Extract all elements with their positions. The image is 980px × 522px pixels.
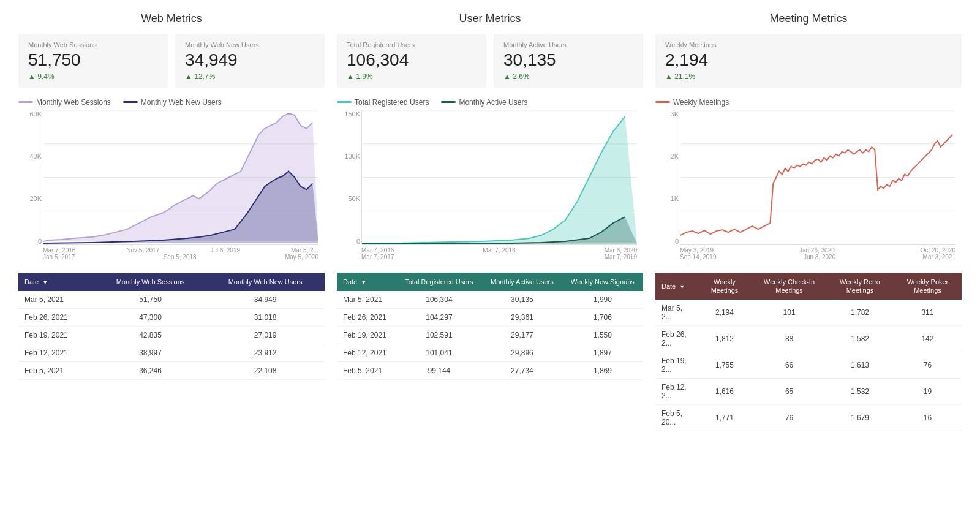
user-legend-total-line bbox=[337, 101, 352, 103]
user-col-total[interactable]: Total Registered Users bbox=[396, 273, 482, 292]
user-table-section: Date ▼ Total Registered Users Monthly Ac… bbox=[337, 273, 643, 432]
meeting-legend-weekly-label: Weekly Meetings bbox=[673, 98, 729, 107]
web-new-users-kpi: Monthly Web New Users 34,949 ▲ 12.7% bbox=[175, 34, 325, 88]
user-x-axis-2: Mar 7, 2017 Mar 7, 2019 bbox=[361, 254, 637, 260]
web-metrics-title: Web Metrics bbox=[18, 12, 325, 25]
total-registered-change: ▲ 1.9% bbox=[347, 72, 477, 81]
user-table-body: Mar 5, 2021 106,304 30,135 1,990 Feb 26,… bbox=[337, 291, 643, 380]
table-row: Feb 5, 20... 1,771 76 1,679 16 bbox=[655, 405, 962, 431]
web-table-body: Mar 5, 2021 51,750 34,949 Feb 26, 2021 4… bbox=[18, 291, 325, 380]
web-table-head: Date ▼ Monthly Web Sessions Monthly Web … bbox=[18, 273, 325, 292]
meeting-table-section: Date ▼ Weekly Meetings Weekly Check-In M… bbox=[655, 273, 962, 432]
table-row: Feb 12, 2021 101,041 29,896 1,897 bbox=[337, 344, 643, 362]
web-new-users-change: ▲ 12.7% bbox=[185, 72, 315, 81]
web-legend-new-users: Monthly Web New Users bbox=[123, 98, 222, 107]
table-row: Feb 12, 2021 38,997 23,912 bbox=[18, 344, 325, 362]
user-table-head: Date ▼ Total Registered Users Monthly Ac… bbox=[337, 273, 643, 292]
web-sessions-change: ▲ 9.4% bbox=[28, 72, 158, 81]
table-row: Feb 19, 2021 102,591 29,177 1,550 bbox=[337, 327, 643, 344]
meeting-col-retro[interactable]: Weekly Retro Meetings bbox=[826, 273, 894, 300]
user-kpi-row: Total Registered Users 106,304 ▲ 1.9% Mo… bbox=[337, 34, 643, 88]
meeting-col-date[interactable]: Date ▼ bbox=[655, 273, 697, 300]
web-legend-new-users-line bbox=[123, 101, 138, 103]
user-y-axis: 150K 100K 50K 0 bbox=[339, 110, 360, 245]
web-chart bbox=[43, 110, 318, 245]
web-new-users-label: Monthly Web New Users bbox=[185, 41, 315, 48]
total-registered-label: Total Registered Users bbox=[347, 41, 477, 48]
meeting-x-axis-2: Sep 14, 2019 Jun 8, 2020 Mar 3, 2021 bbox=[680, 254, 956, 260]
user-chart-wrapper: 150K 100K 50K 0 bbox=[361, 110, 637, 245]
table-row: Mar 5, 2021 106,304 30,135 1,990 bbox=[337, 291, 643, 309]
monthly-active-kpi: Monthly Active Users 30,135 ▲ 2.6% bbox=[494, 34, 643, 88]
web-legend-sessions-line bbox=[18, 101, 33, 103]
table-row: Feb 19, 2... 1,755 66 1,613 76 bbox=[655, 352, 962, 379]
meeting-table-head: Date ▼ Weekly Meetings Weekly Check-In M… bbox=[655, 273, 962, 300]
user-x-axis-1: Mar 7, 2016 Mar 7, 2018 Mar 6, 2020 bbox=[361, 247, 637, 254]
table-row: Mar 5, 2... 2,194 101 1,782 311 bbox=[655, 300, 962, 326]
web-kpi-row: Monthly Web Sessions 51,750 ▲ 9.4% Month… bbox=[18, 34, 325, 88]
meeting-metrics-section: Meeting Metrics Weekly Meetings 2,194 ▲ … bbox=[655, 12, 962, 260]
meeting-chart-wrapper: 3K 2K 1K 0 bbox=[680, 110, 956, 245]
web-x-axis-1: Mar 7, 2016 Nov 5, 2017 Jul 6, 2019 Mar … bbox=[43, 247, 318, 254]
meeting-y-axis: 3K 2K 1K 0 bbox=[658, 110, 679, 245]
web-col-sessions[interactable]: Monthly Web Sessions bbox=[95, 273, 206, 292]
user-col-active[interactable]: Monthly Active Users bbox=[482, 273, 562, 292]
user-table: Date ▼ Total Registered Users Monthly Ac… bbox=[337, 273, 643, 380]
user-chart-legend: Total Registered Users Monthly Active Us… bbox=[337, 98, 643, 107]
table-row: Feb 26, 2021 47,300 31,018 bbox=[18, 309, 325, 327]
tables-row: Date ▼ Monthly Web Sessions Monthly Web … bbox=[18, 273, 962, 432]
meeting-metrics-title: Meeting Metrics bbox=[655, 12, 962, 25]
user-legend-active: Monthly Active Users bbox=[441, 98, 527, 107]
user-col-date[interactable]: Date ▼ bbox=[337, 273, 396, 292]
meeting-table-body: Mar 5, 2... 2,194 101 1,782 311 Feb 26, … bbox=[655, 300, 962, 431]
web-sessions-label: Monthly Web Sessions bbox=[28, 41, 158, 48]
user-col-signups[interactable]: Weekly New Signups bbox=[562, 273, 643, 292]
meeting-x-axis-1: May 3, 2019 Jan 26, 2020 Oct 20, 2020 bbox=[680, 247, 956, 254]
user-legend-active-line bbox=[441, 101, 456, 103]
table-row: Feb 26, 2... 1,812 88 1,582 142 bbox=[655, 326, 962, 352]
web-chart-wrapper: 60K 40K 20K 0 bbox=[43, 110, 318, 245]
table-row: Feb 26, 2021 104,297 29,361 1,706 bbox=[337, 309, 643, 327]
user-legend-total-label: Total Registered Users bbox=[355, 98, 429, 107]
web-table-section: Date ▼ Monthly Web Sessions Monthly Web … bbox=[18, 273, 325, 432]
table-row: Feb 5, 2021 99,144 27,734 1,869 bbox=[337, 362, 643, 380]
web-legend-sessions-label: Monthly Web Sessions bbox=[36, 98, 111, 107]
web-x-axis-2: Jan 5, 2017 Sep 5, 2018 May 5, 2020 bbox=[43, 254, 318, 260]
user-metrics-section: User Metrics Total Registered Users 106,… bbox=[337, 12, 643, 260]
weekly-meetings-kpi: Weekly Meetings 2,194 ▲ 21.1% bbox=[655, 34, 962, 88]
user-metrics-title: User Metrics bbox=[337, 12, 643, 25]
web-legend-sessions: Monthly Web Sessions bbox=[18, 98, 111, 107]
web-table: Date ▼ Monthly Web Sessions Monthly Web … bbox=[18, 273, 325, 380]
weekly-meetings-label: Weekly Meetings bbox=[665, 41, 952, 48]
meeting-chart bbox=[680, 110, 956, 245]
weekly-meetings-change: ▲ 21.1% bbox=[665, 72, 952, 81]
web-col-new-users[interactable]: Monthly Web New Users bbox=[206, 273, 325, 292]
meeting-table: Date ▼ Weekly Meetings Weekly Check-In M… bbox=[655, 273, 962, 432]
web-sessions-value: 51,750 bbox=[28, 51, 158, 70]
table-row: Feb 19, 2021 42,835 27,019 bbox=[18, 327, 325, 344]
monthly-active-label: Monthly Active Users bbox=[503, 41, 633, 48]
user-legend-active-label: Monthly Active Users bbox=[459, 98, 527, 107]
user-chart bbox=[361, 110, 637, 245]
web-chart-svg bbox=[43, 110, 318, 244]
web-y-axis: 60K 40K 20K 0 bbox=[21, 110, 42, 245]
meeting-legend-weekly: Weekly Meetings bbox=[655, 98, 729, 107]
meeting-col-checkin[interactable]: Weekly Check-In Meetings bbox=[752, 273, 826, 300]
web-sessions-kpi: Monthly Web Sessions 51,750 ▲ 9.4% bbox=[18, 34, 168, 88]
user-legend-total: Total Registered Users bbox=[337, 98, 429, 107]
monthly-active-change: ▲ 2.6% bbox=[503, 72, 633, 81]
table-row: Feb 5, 2021 36,246 22,108 bbox=[18, 362, 325, 380]
web-chart-legend: Monthly Web Sessions Monthly Web New Use… bbox=[18, 98, 325, 107]
monthly-active-value: 30,135 bbox=[503, 51, 633, 70]
weekly-meetings-value: 2,194 bbox=[665, 51, 952, 70]
user-chart-svg bbox=[362, 110, 637, 244]
meeting-chart-legend: Weekly Meetings bbox=[655, 98, 962, 107]
table-row: Feb 12, 2... 1,616 65 1,532 19 bbox=[655, 379, 962, 405]
web-col-date[interactable]: Date ▼ bbox=[18, 273, 95, 292]
meeting-kpi-row: Weekly Meetings 2,194 ▲ 21.1% bbox=[655, 34, 962, 88]
total-registered-value: 106,304 bbox=[347, 51, 477, 70]
meeting-col-weekly[interactable]: Weekly Meetings bbox=[697, 273, 752, 300]
total-registered-kpi: Total Registered Users 106,304 ▲ 1.9% bbox=[337, 34, 486, 88]
table-row: Mar 5, 2021 51,750 34,949 bbox=[18, 291, 325, 309]
meeting-col-poker[interactable]: Weekly Poker Meetings bbox=[894, 273, 962, 300]
